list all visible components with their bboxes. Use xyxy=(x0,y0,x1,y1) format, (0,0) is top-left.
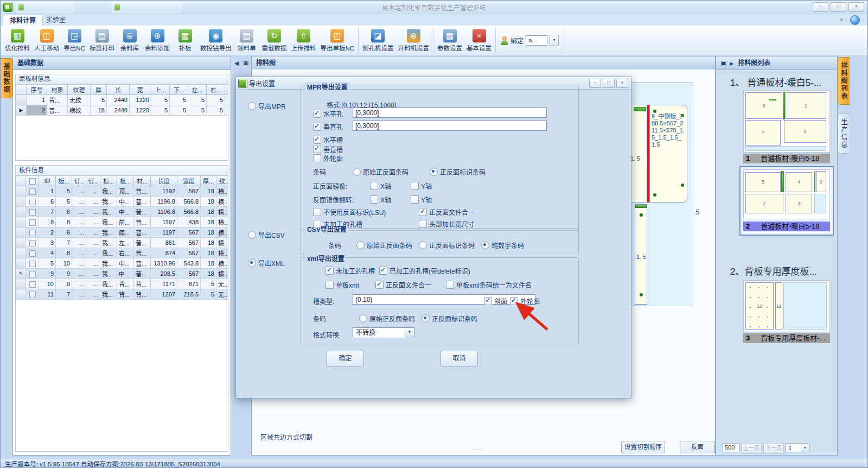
cell[interactable]: 左... xyxy=(117,238,134,248)
cell[interactable]: 背... xyxy=(117,279,134,289)
xml-barcode-option[interactable]: 正反面标识条码 xyxy=(422,313,477,323)
export-xml-radio[interactable]: 导出XML xyxy=(248,258,285,268)
cell[interactable]: 567 xyxy=(177,186,201,197)
ok-button[interactable]: 确定 xyxy=(327,351,364,366)
cell[interactable]: 5 xyxy=(91,95,107,105)
cell[interactable]: 2440 xyxy=(107,95,130,105)
csv-barcode-option[interactable]: 纯数字条码 xyxy=(481,240,524,250)
cell[interactable]: 8 xyxy=(39,217,56,227)
cell[interactable]: 5 xyxy=(201,289,216,300)
row-checkbox[interactable] xyxy=(26,238,39,248)
csv-barcode-option[interactable]: 正反面标识条码 xyxy=(419,240,475,250)
cell[interactable]: 7 xyxy=(56,238,72,248)
cell[interactable]: 我... xyxy=(100,248,117,258)
tab-lab[interactable]: 实验室 xyxy=(40,15,72,26)
cell[interactable]: ... xyxy=(86,227,100,238)
column-header[interactable]: 上... xyxy=(151,85,170,95)
mpr-extra-checkbox[interactable]: 头部加长宽尺寸 xyxy=(419,219,475,229)
cell[interactable]: 无... xyxy=(216,289,229,300)
parts-row[interactable]: 65......我...中...普...1196.8566.818横...807… xyxy=(16,197,229,207)
cell[interactable]: 567 xyxy=(177,227,201,238)
cell[interactable]: 18 xyxy=(201,238,216,248)
column-header[interactable]: 订.. xyxy=(72,176,86,186)
cell[interactable]: 1197 xyxy=(151,227,177,238)
cell[interactable]: 6 xyxy=(39,197,56,207)
cell[interactable]: 普... xyxy=(134,269,151,279)
tab-nesting-calc[interactable]: 排料计算 xyxy=(3,15,43,26)
cell[interactable]: 5 xyxy=(56,186,72,197)
column-header[interactable]: ID xyxy=(39,176,56,186)
cell[interactable]: 横... xyxy=(216,217,229,227)
toolbar-button-export-panel-nc[interactable]: ◫导出单板NC xyxy=(318,28,357,53)
column-header[interactable]: 序号 xyxy=(27,85,47,95)
cell[interactable]: 普... xyxy=(134,186,151,197)
page-size-input[interactable]: 500 xyxy=(723,443,739,452)
cell[interactable]: ... xyxy=(72,279,86,289)
cell[interactable]: 横... xyxy=(216,269,229,279)
ribbon-collapse-icon[interactable]: ∧ xyxy=(837,16,846,23)
cell[interactable]: 5 xyxy=(170,105,188,116)
parts-row[interactable]: 88......我...前...普...119743818横...80739.. xyxy=(16,217,229,227)
cell[interactable]: ... xyxy=(72,248,86,258)
parts-row[interactable]: 510......我...中...普...1310.96543.818横...8… xyxy=(16,258,229,269)
cell[interactable]: ... xyxy=(72,238,86,248)
hole-checkbox[interactable]: 外轮廓 xyxy=(313,153,343,163)
nesting-caption-3[interactable]: 3背板专用厚度板材-... xyxy=(743,333,830,343)
cell[interactable]: 543.8 xyxy=(177,258,201,269)
cell[interactable]: 1220 xyxy=(130,95,151,105)
cell[interactable]: 18 xyxy=(201,197,216,207)
column-header[interactable]: 板... xyxy=(117,176,134,186)
cell[interactable]: 18 xyxy=(201,207,216,217)
export-mpr-radio[interactable]: 导出MPR xyxy=(248,101,286,111)
nesting-thumbnail-1[interactable]: 6178 xyxy=(743,90,830,153)
mirror-x-checkbox[interactable]: X轴 xyxy=(370,181,391,191)
cell[interactable]: 861 xyxy=(151,238,177,248)
cell[interactable]: 5 xyxy=(170,95,188,105)
toolbar-button-manual-move[interactable]: ◫人工移动 xyxy=(32,28,61,53)
cell[interactable]: 我... xyxy=(100,227,117,238)
sidebar-tab-base-data[interactable]: 基础数据 xyxy=(1,58,12,98)
cell[interactable]: 9999 xyxy=(225,95,229,105)
cell[interactable]: ... xyxy=(86,258,100,269)
cell[interactable]: 1207 xyxy=(151,289,177,300)
parts-row[interactable]: ✎99......我...中...普...208.556718横...80739… xyxy=(16,269,229,279)
xml-file-checkbox[interactable]: 单板xml xyxy=(326,280,359,289)
cell[interactable]: 横... xyxy=(216,197,229,207)
cell[interactable]: 中... xyxy=(117,207,134,217)
column-header[interactable]: 右... xyxy=(207,85,225,95)
cell[interactable]: 1196.8 xyxy=(151,207,177,217)
set-cut-order-button[interactable]: 设置切割顺序 xyxy=(621,441,665,453)
row-checkbox[interactable] xyxy=(26,186,39,197)
cell[interactable]: 567 xyxy=(177,248,201,258)
parts-row[interactable]: 48......我...右...普...87456718横...80738.. xyxy=(16,248,229,258)
cell[interactable]: 横... xyxy=(216,238,229,248)
cell[interactable]: 普... xyxy=(134,197,151,207)
column-header[interactable]: 长 xyxy=(107,85,130,95)
cell[interactable]: ... xyxy=(72,217,86,227)
cell[interactable]: 无纹 xyxy=(68,95,91,105)
parts-row[interactable]: 37......我...左...普...86156718横...80738.. xyxy=(16,238,229,248)
board-piece-9[interactable]: 9_中侧板_208.5×567_211.5×570_1.5_1.5_1.5_1.… xyxy=(649,105,687,203)
cell[interactable]: 5 xyxy=(207,105,225,116)
cell[interactable]: 6 xyxy=(56,227,72,238)
cell[interactable]: 5 xyxy=(188,105,207,116)
hole-checkbox[interactable]: 垂直槽 xyxy=(313,144,343,154)
toolbar-button-label-print[interactable]: ▤标签打印 xyxy=(87,28,117,53)
cell[interactable]: 566.8 xyxy=(177,197,201,207)
cell[interactable]: 7 xyxy=(56,289,72,300)
cell[interactable]: 右... xyxy=(117,248,134,258)
cell[interactable]: 背... xyxy=(117,289,134,300)
csv-barcode-option[interactable]: 原始正反面条码 xyxy=(356,240,412,250)
cell[interactable]: 438 xyxy=(177,217,201,227)
mpr-extra-checkbox[interactable]: 未加工的孔槽 xyxy=(313,219,362,229)
splitter-handle[interactable]: ···· xyxy=(473,446,484,452)
cell[interactable]: 9999 xyxy=(225,105,229,116)
raw-board-row[interactable]: ▶2普...横纹182440122055559999 xyxy=(16,105,229,116)
column-header[interactable]: 宽 xyxy=(130,85,151,95)
cell[interactable]: 2 xyxy=(27,105,47,116)
flip-side-button[interactable]: 反面 xyxy=(680,441,715,453)
cell[interactable]: 4 xyxy=(39,248,56,258)
cell[interactable]: ... xyxy=(86,238,100,248)
row-checkbox[interactable] xyxy=(26,248,39,258)
cell[interactable]: 5 xyxy=(188,95,207,105)
